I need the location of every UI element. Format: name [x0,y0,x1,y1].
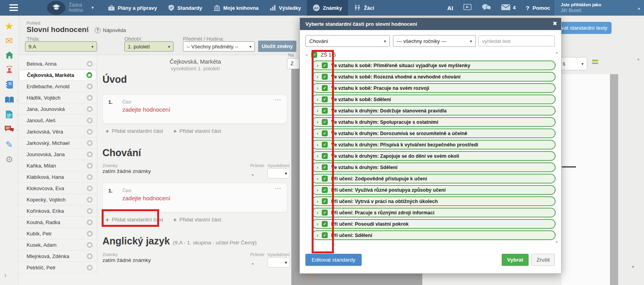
nav-vysledky[interactable]: Výsledky [264,0,307,16]
student-row[interactable]: Belova, Anna [19,58,97,69]
checkbox-checked-icon[interactable]: ✓ [322,74,328,80]
checkbox-checked-icon[interactable]: ✓ [322,176,328,182]
more-icon[interactable]: ··· [275,185,282,192]
edit-standards-button[interactable]: Editovat standardy [305,254,362,266]
checkbox-checked-icon[interactable]: ✓ [322,108,328,114]
category-select[interactable]: Chování ▾ [305,35,390,47]
sidebar-item-notebook[interactable] [0,78,18,93]
tree-root-row[interactable]: › ✓ ZŠ 1-5 [306,52,336,58]
checkbox-checked-icon[interactable]: ✓ [322,221,328,227]
expand-chevron-icon[interactable]: › [317,165,318,170]
sidebar-item-notes[interactable]: ✎ [0,137,18,152]
standard-part-row[interactable]: › ✓ Ve vztahu k druhým: Dorozumívá se sr… [312,128,556,138]
expand-chevron-icon[interactable]: › [317,199,318,204]
standard-part-row[interactable]: › ✓ Ve vztahu k sobě: Rozezná vhodné a n… [312,72,556,82]
select-button[interactable]: Vybrat [502,254,529,266]
checkbox-checked-icon[interactable]: ✓ [322,153,328,159]
napoveda-link[interactable]: ? Nápověda [95,27,126,33]
nav-standardy[interactable]: Standardy [163,0,208,16]
lesson-badge[interactable] [47,1,65,15]
sidebar-item-library[interactable]: › [0,93,18,108]
sidebar-expand-chevron[interactable]: › [4,272,6,279]
standard-part-row[interactable]: › ✓ Ve vztahu k druhým: Spolupracuje s o… [312,117,556,127]
collapse-chevron-icon[interactable]: › [304,54,310,56]
expand-chevron-icon[interactable]: › [317,63,318,68]
certificate-select[interactable]: ▾ [267,168,290,178]
list-scroll-down-icon[interactable]: ▼ [555,240,558,244]
chat-icon[interactable] [482,4,491,12]
student-row[interactable]: Petrklíč, Petr [19,262,97,273]
nav-plany-a-pripravy[interactable]: Plány a přípravy [102,0,163,16]
sidebar-item-messages[interactable]: ✉ [0,34,18,48]
student-row[interactable]: Kořínková, Erika [19,205,97,217]
student-row[interactable]: Kaňka, Milan [19,160,97,171]
expand-chevron-icon[interactable]: › [317,131,318,136]
student-row[interactable]: Jounovská, Jana [19,149,97,160]
expand-chevron-icon[interactable]: › [317,108,318,114]
lesson-selector[interactable]: Žádná hodina [69,3,83,13]
expand-chevron-icon[interactable]: › [317,176,318,182]
add-standard-part-link[interactable]: +Přidat standardní část [106,128,163,134]
checkbox-checked-icon[interactable]: ✓ [322,164,328,170]
standard-part-row[interactable]: › ✓ Ve vztahu k sobě: Přiměřeně situaci … [312,61,556,70]
add-standard-part-link[interactable]: +Přidat standardní část [106,216,163,223]
expand-chevron-icon[interactable]: › [317,210,318,216]
period-select[interactable]: 1. pololetí ▾ [124,41,174,52]
checkbox-checked-icon[interactable]: ✓ [322,142,328,148]
standard-part-row[interactable]: › ✓ Při učení: Pracuje s různými zdroji … [312,208,556,217]
expand-chevron-icon[interactable]: › [317,221,318,227]
preview-select-fragment[interactable]: Z [287,58,300,69]
sidebar-item-favorites[interactable]: ★ [0,19,18,34]
student-row[interactable]: Jarkovský, Michael [19,137,97,149]
student-row[interactable]: Čejkovská, Markéta [19,69,97,81]
save-changes-button[interactable]: Uložit změny [258,41,296,52]
checkbox-checked-icon[interactable]: ✓ [322,119,328,125]
standard-part-row[interactable]: › ✓ Při učení: Zodpovědně přistupuje k u… [312,174,556,183]
standard-part-row[interactable]: › ✓ Ve vztahu k sobě: Pracuje na svém ro… [312,83,556,93]
nav-moje-knihovna[interactable]: Moje knihovna [208,0,264,16]
background-scrollbar[interactable] [610,74,618,285]
expand-chevron-icon[interactable]: › [317,187,318,193]
student-row[interactable]: Kusek, Adam [19,239,97,251]
nav-znamky[interactable]: A+ Známky [307,0,348,16]
checkbox-checked-icon[interactable]: ✓ [322,96,328,102]
expand-chevron-icon[interactable]: › [317,119,318,125]
cancel-button[interactable]: Zrušit [531,254,555,266]
standard-part-row[interactable]: › ✓ Ve vztahu k druhým: Přispívá k vytvá… [312,140,556,150]
checkbox-checked-icon[interactable]: ✓ [322,232,328,238]
student-row[interactable]: Klokovcova, Eva [19,183,97,194]
standard-part-row[interactable]: › ✓ Při učení: Využívá různé postupya zp… [312,185,556,195]
checkbox-checked-icon[interactable]: ✓ [322,130,328,136]
close-icon[interactable]: ✖ [553,20,557,27]
list-scroll-up-icon[interactable]: ▲ [555,51,558,54]
menu-icon[interactable] [9,4,18,11]
user-menu[interactable]: Jste přihlášen jako Jiří Bureš ▾ [555,0,644,16]
student-row[interactable]: Koutná, Radka [19,217,97,228]
student-row[interactable]: Kopecký, Vojtěch [19,194,97,205]
standard-part-row[interactable]: › ✓ Při učení: Posoudí vlastní pokrok [312,219,556,229]
expand-chevron-icon[interactable]: › [317,153,318,159]
sidebar-item-home[interactable] [0,48,18,63]
add-custom-part-link[interactable]: +Přidat vlastní část [173,216,221,223]
mail-button[interactable]: 4 [501,4,516,12]
lesson-caret-icon[interactable]: ▾ [91,5,94,10]
cast-icon[interactable] [463,4,472,12]
class-select[interactable]: 9.A ▾ [25,41,97,52]
student-row[interactable]: Mlejnková, Zděnka [19,251,97,262]
certificate-select[interactable]: ▾ [267,257,290,267]
more-icon[interactable]: ··· [275,97,282,103]
student-row[interactable]: Kubík, Petr [19,228,97,239]
student-row[interactable]: Hádlík, Vojtěch [19,92,97,103]
expand-chevron-icon[interactable]: › [317,142,318,148]
subject-select[interactable]: -- Všechny předměty -- ▾ [183,41,255,52]
student-row[interactable]: Erdlebache, Arnold [19,81,97,92]
checkbox-checked-icon[interactable]: ✓ [322,85,328,91]
standard-part-row[interactable]: › ✓ Ve vztahu k druhým: Dodržuje stanove… [312,106,556,116]
checkbox-checked-icon[interactable]: ✓ [322,210,328,216]
student-row[interactable]: Klabíková, Hana [19,171,97,183]
standard-part-row[interactable]: › ✓ Při učení: Sdělení [312,230,556,240]
grade-level-select[interactable]: --- všechny ročníky --- ▾ [393,35,476,47]
help-button[interactable]: ? Pomoc [526,5,550,11]
standard-part-row[interactable]: › ✓ Při učení: Vytrvá v práci na obtížný… [312,196,556,206]
scroll-up-icon[interactable]: ▲ [637,57,640,61]
